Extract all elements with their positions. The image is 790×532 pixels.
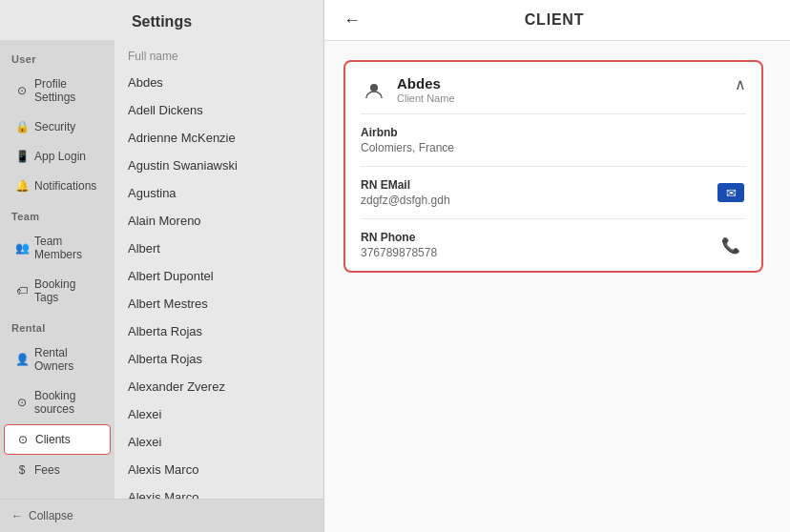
sidebar-item-clients[interactable]: ⊙ Clients — [4, 424, 111, 455]
avatar — [361, 77, 387, 104]
sidebar-item-rental-owners[interactable]: 👤 Rental Owners — [4, 338, 111, 380]
main-header: ← CLIENT — [324, 0, 790, 41]
list-item[interactable]: Alexis Marco — [114, 456, 323, 483]
section-team: Team — [0, 201, 114, 226]
list-item[interactable]: Alexei — [114, 400, 323, 428]
rental-label: Airbnb — [361, 126, 454, 139]
phone-icon: 📱 — [15, 150, 29, 163]
sidebar-item-fees[interactable]: $ Fees — [4, 456, 111, 484]
list-item[interactable]: Adell Dickens — [114, 96, 323, 124]
phone-value: 376789878578 — [361, 246, 437, 259]
team-icon: 👥 — [15, 241, 29, 255]
client-card-header: Abdes Client Name ∧ — [345, 62, 761, 113]
sidebar-list: Full name Abdes Adell Dickens Adrienne M… — [114, 40, 323, 499]
sidebar-item-app-login[interactable]: 📱 App Login — [4, 142, 111, 171]
sidebar-item-profile-settings[interactable]: ⊙ Profile Settings — [4, 70, 111, 112]
email-value: zdgfz@dsfgh.gdh — [361, 194, 450, 207]
rental-row: Airbnb Colomiers, France — [345, 114, 761, 166]
list-item[interactable]: Alberta Rojas — [114, 345, 323, 373]
phone-label: RN Phone — [361, 231, 437, 244]
clients-icon: ⊙ — [16, 433, 30, 446]
list-item[interactable]: Alexei — [114, 428, 323, 456]
chevron-up-icon[interactable]: ∧ — [735, 75, 746, 93]
tag-icon: 🏷 — [15, 284, 29, 297]
client-name: Abdes — [397, 75, 455, 92]
main-body: Abdes Client Name ∧ Airbnb Colomiers, Fr… — [324, 41, 790, 532]
sidebar-item-booking-sources[interactable]: ⊙ Booking sources — [4, 381, 111, 423]
list-item[interactable]: Albert Mestres — [114, 290, 323, 317]
back-button[interactable]: ← — [343, 11, 361, 29]
sidebar-content: User ⊙ Profile Settings 🔒 Security 📱 App… — [0, 40, 323, 499]
bell-icon: 🔔 — [15, 179, 29, 193]
email-icon: ✉ — [717, 183, 744, 202]
sidebar: Settings User ⊙ Profile Settings 🔒 Secur… — [0, 0, 324, 532]
email-label: RN EMail — [361, 178, 450, 192]
list-header: Full name — [114, 44, 323, 69]
client-card: Abdes Client Name ∧ Airbnb Colomiers, Fr… — [343, 60, 763, 273]
profile-icon: ⊙ — [15, 84, 29, 97]
list-item[interactable]: Alain Moreno — [114, 207, 323, 235]
booking-icon: ⊙ — [15, 396, 29, 409]
rental-value: Colomiers, France — [361, 141, 454, 154]
collapse-icon: ← — [11, 509, 23, 522]
fees-icon: $ — [15, 463, 29, 477]
phone-detail: RN Phone 376789878578 — [361, 231, 437, 259]
sidebar-footer[interactable]: ← Collapse — [0, 499, 323, 532]
client-name-block: Abdes Client Name — [397, 75, 455, 104]
section-rental: Rental — [0, 313, 114, 338]
email-detail: RN EMail zdgfz@dsfgh.gdh — [361, 178, 450, 207]
sidebar-item-security[interactable]: 🔒 Security — [4, 113, 111, 141]
list-item[interactable]: Alexander Zverez — [114, 373, 323, 400]
main-content: ← CLIENT Abdes Client Name — [324, 0, 790, 532]
list-item[interactable]: Adrienne McKenzie — [114, 124, 323, 152]
list-item[interactable]: Agustina — [114, 179, 323, 207]
owner-icon: 👤 — [15, 353, 29, 366]
phone-call-icon: 📞 — [721, 236, 740, 255]
client-name-section: Abdes Client Name — [361, 75, 455, 104]
list-item[interactable]: Alberta Rojas — [114, 317, 323, 345]
list-item[interactable]: Abdes — [114, 69, 323, 96]
sidebar-item-notifications[interactable]: 🔔 Notifications — [4, 172, 111, 200]
sidebar-title: Settings — [0, 0, 323, 40]
page-title: CLIENT — [376, 11, 733, 29]
collapse-label: Collapse — [29, 509, 73, 522]
list-item[interactable]: Albert — [114, 235, 323, 262]
lock-icon: 🔒 — [15, 120, 29, 133]
phone-row: RN Phone 376789878578 📞 — [345, 219, 761, 271]
section-user: User — [0, 44, 114, 69]
svg-point-0 — [370, 84, 378, 92]
email-icon-container[interactable]: ✉ — [716, 182, 746, 203]
phone-icon-container[interactable]: 📞 — [716, 235, 746, 256]
rental-detail: Airbnb Colomiers, France — [361, 126, 454, 154]
list-item[interactable]: Albert Dupontel — [114, 262, 323, 290]
email-row: RN EMail zdgfz@dsfgh.gdh ✉ — [345, 167, 761, 218]
sidebar-item-booking-tags[interactable]: 🏷 Booking Tags — [4, 270, 111, 312]
list-item[interactable]: Agustin Swaniawski — [114, 152, 323, 179]
sidebar-nav: User ⊙ Profile Settings 🔒 Security 📱 App… — [0, 40, 114, 499]
client-name-label: Client Name — [397, 92, 455, 104]
sidebar-item-team-members[interactable]: 👥 Team Members — [4, 227, 111, 269]
list-item[interactable]: Alexis Marco — [114, 483, 323, 499]
